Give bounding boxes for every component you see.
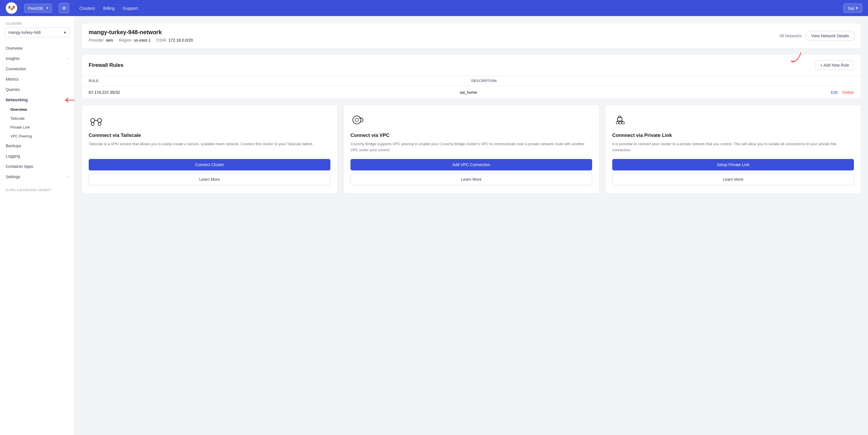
svg-rect-11: [619, 122, 621, 124]
sidebar-sub-vpc-peering[interactable]: VPC Peering: [0, 132, 74, 141]
sidebar-sub-net-overview[interactable]: Overview: [0, 105, 74, 114]
sidebar: CLUSTER mangy-turkey-948 ▾ Overview Insi…: [0, 16, 74, 435]
firewall-table-header: RULE DESCRIPTION: [82, 76, 861, 86]
user-chevron-icon: ▾: [856, 5, 858, 11]
col-description-header: DESCRIPTION: [471, 79, 854, 83]
main-content: mangy-turkey-948-network Provider aws Re…: [74, 16, 868, 435]
user-name: Sai: [848, 6, 854, 11]
firewall-card: Firewall Rules + Add New Rule RULE DESCR…: [82, 54, 861, 99]
sidebar-label-logging: Logging: [6, 154, 20, 158]
add-vpc-connection-button[interactable]: Add VPC Connection: [350, 159, 592, 170]
sidebar-sub-tailscale[interactable]: Tailscale: [0, 114, 74, 123]
sidebar-item-settings[interactable]: Settings ›: [0, 172, 74, 182]
view-network-details-button[interactable]: View Network Details: [806, 31, 854, 41]
tailscale-card: Connnect via Tailscale Tailscale is a VP…: [82, 105, 338, 194]
svg-rect-12: [622, 122, 624, 124]
svg-point-1: [98, 119, 102, 123]
sub-label-vpc-peering: VPC Peering: [10, 134, 32, 138]
delete-rule-button[interactable]: Delete: [842, 90, 854, 95]
cluster-selector[interactable]: mangy-turkey-948 ▾: [5, 28, 70, 37]
sidebar-label-metrics: Metrics: [6, 77, 19, 82]
sidebar-label-backups: Backups: [6, 144, 21, 148]
vpc-desc: Crunchy Bridge supports VPC peering to e…: [350, 141, 592, 153]
provider-label: Provider aws: [89, 38, 113, 42]
sidebar-item-metrics[interactable]: Metrics: [0, 74, 74, 84]
tailscale-desc: Tailscale is a VPN service that allows y…: [89, 141, 330, 153]
logo: 🐶: [6, 2, 17, 14]
svg-point-7: [353, 116, 361, 124]
region-label: Region us-east-1: [119, 38, 151, 42]
network-card: mangy-turkey-948-network Provider aws Re…: [82, 23, 861, 49]
sidebar-item-logging[interactable]: Logging: [0, 151, 74, 161]
private-link-icon: [612, 113, 627, 128]
tailscale-learn-more-button[interactable]: Learn More: [89, 173, 330, 185]
settings-icon[interactable]: ⚙: [59, 3, 69, 13]
nav-billing[interactable]: Billing: [103, 6, 115, 11]
sidebar-label-insights: Insights: [6, 56, 20, 61]
firewall-title: Firewall Rules: [89, 62, 123, 68]
sidebar-item-backups[interactable]: Backups: [0, 141, 74, 151]
rule-description: sai_home: [460, 90, 831, 95]
sidebar-label-connection: Connection: [6, 67, 26, 71]
vpc-icon: [350, 113, 365, 128]
network-meta: Provider aws Region us-east-1 CIDR 172.1…: [89, 38, 193, 42]
vpc-card: Connect via VPC Crunchy Bridge supports …: [343, 105, 599, 194]
sub-label-tailscale: Tailscale: [10, 116, 25, 121]
sidebar-item-overview[interactable]: Overview: [0, 43, 74, 53]
firewall-header: Firewall Rules + Add New Rule: [82, 55, 861, 76]
svg-point-0: [91, 119, 95, 123]
cidr-label: CIDR 172.18.0.0/20: [156, 38, 193, 42]
connect-cluster-button[interactable]: Connect Cluster: [89, 159, 330, 170]
rule-value: 67.174.237.35/32: [89, 90, 460, 95]
sub-label-private-link: Private Link: [10, 125, 30, 129]
sidebar-label-networking: Networking: [6, 98, 28, 102]
private-link-desc: It is possible to connect your cluster t…: [612, 141, 854, 153]
network-title: mangy-turkey-948-network: [89, 29, 193, 36]
sidebar-item-container-apps[interactable]: Container Apps: [0, 161, 74, 172]
vpc-title: Connect via VPC: [350, 132, 592, 138]
sub-label-overview: Overview: [10, 107, 27, 112]
cluster-chevron-icon: ▾: [64, 30, 66, 35]
svg-point-4: [98, 123, 101, 125]
edit-rule-button[interactable]: Edit: [831, 90, 838, 95]
red-arrow-add-rule: [781, 50, 804, 64]
svg-point-8: [355, 118, 359, 122]
sidebar-label-queries: Queries: [6, 87, 20, 92]
sidebar-label-container-apps: Container Apps: [6, 164, 33, 169]
sidebar-item-networking[interactable]: Networking ∨: [0, 95, 74, 105]
svg-rect-18: [619, 119, 621, 121]
brand-chevron-icon: ▾: [46, 6, 48, 10]
settings-chevron-icon: ›: [67, 175, 69, 179]
nav-clusters[interactable]: Clusters: [80, 6, 95, 11]
firewall-rule-row: 67.174.237.35/32 sai_home Edit Delete: [82, 86, 861, 99]
rule-actions: Edit Delete: [831, 90, 854, 95]
top-navigation: 🐶 PeerDB ▾ ⚙ Clusters Billing Support Sa…: [0, 0, 868, 16]
sidebar-item-insights[interactable]: Insights ›: [0, 53, 74, 64]
private-link-learn-more-button[interactable]: Learn More: [612, 173, 854, 185]
nav-support[interactable]: Support: [123, 6, 138, 11]
provider-value: aws: [106, 38, 113, 42]
cidr-value: 172.18.0.0/20: [168, 38, 193, 42]
setup-private-link-button[interactable]: Setup Private Link: [612, 159, 854, 170]
vpc-learn-more-button[interactable]: Learn More: [350, 173, 592, 185]
brand-selector[interactable]: PeerDB ▾: [24, 4, 52, 12]
sidebar-label-settings: Settings: [6, 175, 20, 179]
tailscale-icon: [89, 113, 104, 128]
private-link-card: Connnect via Private Link It is possible…: [605, 105, 861, 194]
cluster-name: mangy-turkey-948: [8, 30, 41, 35]
tailscale-title: Connnect via Tailscale: [89, 132, 330, 138]
private-link-title: Connnect via Private Link: [612, 132, 854, 138]
region-value: us-east-1: [134, 38, 150, 42]
networking-chevron-icon: ∨: [66, 98, 69, 102]
brand-name: PeerDB: [28, 6, 43, 11]
all-networks-link[interactable]: All Networks: [779, 34, 802, 38]
production-hint: Is this a production cluster?: [0, 184, 74, 195]
insights-chevron-icon: ›: [67, 57, 69, 61]
add-new-rule-button[interactable]: + Add New Rule: [815, 60, 854, 70]
connection-grid: Connnect via Tailscale Tailscale is a VP…: [82, 105, 861, 194]
user-menu[interactable]: Sai ▾: [843, 3, 862, 12]
nav-links: Clusters Billing Support: [80, 6, 837, 11]
sidebar-item-queries[interactable]: Queries: [0, 84, 74, 95]
sidebar-sub-private-link[interactable]: Private Link: [0, 123, 74, 132]
sidebar-item-connection[interactable]: Connection: [0, 64, 74, 74]
